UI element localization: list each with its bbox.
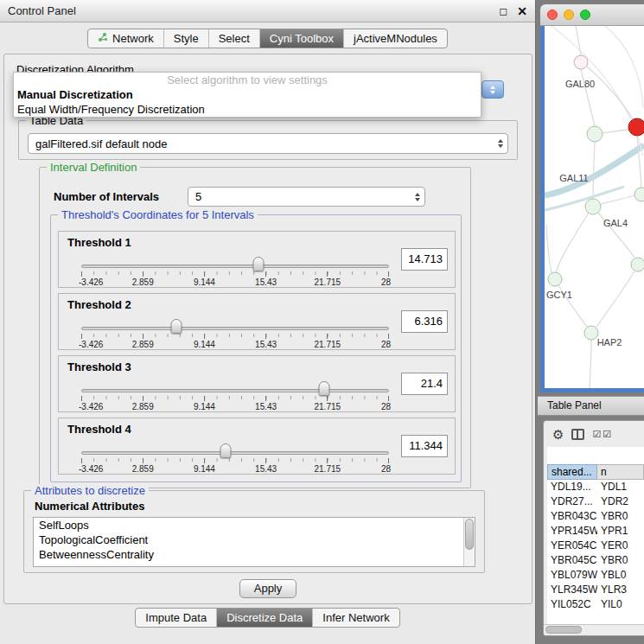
- network-node[interactable]: [548, 272, 562, 286]
- tab-cyni-toolbox[interactable]: Cyni Toolbox: [259, 29, 343, 48]
- number-of-intervals-combo[interactable]: 5: [188, 187, 425, 207]
- network-node[interactable]: [574, 55, 588, 69]
- control-panel-tab-row: Network Style Select Cyni Toolbox jActiv…: [0, 29, 535, 48]
- popup-option-manual-discretization[interactable]: Manual Discretization: [14, 87, 481, 102]
- popup-hint: Select algorithm to view settings: [14, 73, 481, 87]
- list-item[interactable]: TopologicalCoefficient: [34, 532, 475, 547]
- numerical-attributes-list[interactable]: SelfLoops TopologicalCoefficient Between…: [33, 517, 475, 567]
- control-panel-titlebar[interactable]: Control Panel ◻ ✕: [0, 0, 535, 22]
- interval-definition-group: Interval Definition Number of Intervals …: [39, 167, 471, 488]
- table-row[interactable]: YDL19... YDL1: [547, 480, 644, 494]
- tab-discretize-data[interactable]: Discretize Data: [216, 609, 312, 627]
- control-panel-tabstrip: Network Style Select Cyni Toolbox jActiv…: [87, 29, 448, 48]
- table-row[interactable]: YLR345W YLR3: [547, 583, 644, 597]
- scale-label: 21.715: [315, 402, 341, 411]
- network-window-titlebar[interactable]: [540, 4, 644, 26]
- table-data-combo[interactable]: galFiltered.sif default node: [28, 133, 508, 154]
- table-panel-titlebar[interactable]: Table Panel: [538, 396, 644, 416]
- column-header-shared-name[interactable]: shared...: [547, 464, 597, 480]
- node-label-gal4: GAL4: [603, 218, 628, 228]
- table-cell: YDR2: [597, 494, 644, 509]
- slider-thumb[interactable]: [319, 381, 330, 396]
- settings-gear-icon[interactable]: ⚙: [552, 428, 564, 441]
- scale-label: -3.426: [79, 464, 103, 474]
- popup-option-equal-width-frequency[interactable]: Equal Width/Frequency Discretization: [14, 102, 481, 117]
- tab-label: Impute Data: [145, 609, 207, 627]
- network-edge[interactable]: [603, 130, 628, 133]
- table-row[interactable]: YPR145W YPR1: [547, 524, 644, 539]
- network-canvas[interactable]: GAL80 GAL11 GAL4 GCY1 HAP2: [545, 26, 644, 388]
- network-node[interactable]: [634, 188, 644, 201]
- tab-style[interactable]: Style: [163, 29, 208, 48]
- network-edge[interactable]: [581, 69, 595, 126]
- selection-mode-icons[interactable]: ☑ ☑: [592, 430, 611, 439]
- float-window-icon[interactable]: ◻: [499, 5, 507, 17]
- network-edge[interactable]: [637, 136, 641, 188]
- network-edge[interactable]: [601, 195, 634, 204]
- zoom-traffic-light[interactable]: [580, 10, 590, 20]
- checkbox-checked-icon[interactable]: ☑: [592, 430, 601, 439]
- threshold-slider[interactable]: -3.426 2.859 9.144 15.43 21.715 28: [81, 318, 389, 349]
- table-row[interactable]: YDR27... YDR2: [547, 494, 644, 509]
- network-edge[interactable]: [546, 225, 552, 273]
- slider-track[interactable]: [81, 265, 389, 268]
- list-scrollbar-thumb[interactable]: [465, 519, 474, 550]
- network-node-selected[interactable]: [628, 118, 644, 136]
- threshold-value-field[interactable]: 14.713: [401, 248, 448, 271]
- threshold-slider[interactable]: -3.426 2.859 9.144 15.43 21.715 28: [81, 443, 389, 474]
- slider-thumb[interactable]: [220, 443, 232, 458]
- network-edge[interactable]: [605, 26, 643, 108]
- list-scrollbar[interactable]: [463, 518, 475, 566]
- table-scrollbar-thumb[interactable]: [545, 626, 582, 634]
- list-item[interactable]: SelfLoops: [34, 518, 475, 532]
- tab-select[interactable]: Select: [208, 29, 259, 48]
- network-node[interactable]: [585, 199, 601, 214]
- threshold-slider[interactable]: -3.426 2.859 9.144 15.43 21.715 28: [81, 256, 389, 287]
- table-cell: YPR1: [597, 524, 644, 539]
- cyni-toolbox-panel: Discretization Algorithm Select algorith…: [3, 54, 532, 604]
- close-traffic-light[interactable]: [547, 10, 558, 20]
- close-window-icon[interactable]: ✕: [517, 4, 527, 18]
- apply-button[interactable]: Apply: [239, 579, 296, 598]
- network-edge[interactable]: [590, 340, 591, 388]
- combo-stepper-icon: [493, 139, 507, 148]
- table-row[interactable]: YBL079W YBL0: [547, 568, 644, 583]
- threshold-value-field[interactable]: 6.316: [401, 310, 448, 333]
- slider-thumb[interactable]: [253, 257, 265, 271]
- threshold-coordinates-group-label: Threshold's Coordinates for 5 Intervals: [58, 208, 258, 221]
- node-label-gcy1: GCY1: [546, 290, 572, 300]
- threshold-slider[interactable]: -3.426 2.859 9.144 15.43 21.715 28: [81, 380, 389, 411]
- network-edge[interactable]: [576, 26, 581, 55]
- table-row[interactable]: YBR043C YBR0: [547, 509, 644, 524]
- table-row[interactable]: YER054C YER0: [547, 539, 644, 553]
- column-selector-icon[interactable]: [571, 429, 584, 440]
- slider-track[interactable]: [81, 451, 389, 455]
- table-cell: YLR3: [597, 583, 644, 597]
- table-row[interactable]: YIL052C YIL0: [547, 597, 644, 612]
- network-edge[interactable]: [556, 213, 589, 272]
- algorithm-combo-button[interactable]: [481, 80, 504, 99]
- slider-track[interactable]: [81, 327, 389, 330]
- tab-jactivemnodules[interactable]: jActiveMNodules: [343, 29, 447, 48]
- tab-impute-data[interactable]: Impute Data: [136, 609, 216, 627]
- network-node[interactable]: [587, 126, 603, 142]
- tab-network[interactable]: Network: [88, 29, 163, 48]
- network-node[interactable]: [584, 326, 598, 340]
- slider-thumb[interactable]: [171, 319, 182, 334]
- network-edge[interactable]: [587, 67, 633, 119]
- table-horizontal-scrollbar[interactable]: [544, 624, 644, 635]
- threshold-value-field[interactable]: 21.4: [401, 373, 448, 395]
- network-node[interactable]: [631, 258, 644, 271]
- slider-track[interactable]: [81, 389, 389, 392]
- network-edge[interactable]: [596, 271, 634, 327]
- table-row[interactable]: YBR045C YBR0: [547, 553, 644, 568]
- network-edge[interactable]: [593, 142, 595, 199]
- column-header-name[interactable]: n: [597, 464, 644, 480]
- scale-label: 2.859: [132, 277, 154, 287]
- list-item[interactable]: BetweennessCentrality: [34, 547, 475, 562]
- table-cell: YER0: [597, 539, 644, 553]
- threshold-value-field[interactable]: 11.344: [401, 435, 448, 457]
- tab-infer-network[interactable]: Infer Network: [312, 609, 399, 627]
- checkbox-checked-icon[interactable]: ☑: [603, 430, 611, 439]
- minimize-traffic-light[interactable]: [564, 10, 574, 20]
